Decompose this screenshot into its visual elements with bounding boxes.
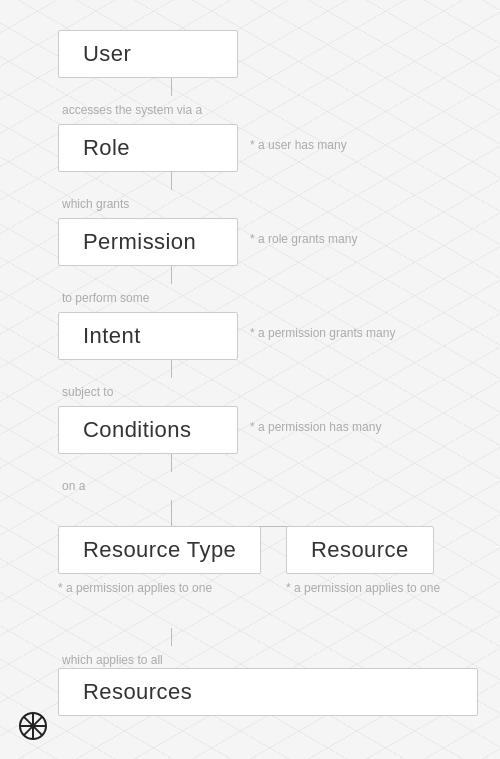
label-accesses: accesses the system via a: [58, 103, 202, 117]
permission-label: Permission: [83, 229, 196, 254]
user-box: User: [58, 30, 238, 78]
vline-role-permission: [171, 172, 172, 190]
vline-intent-conditions: [171, 360, 172, 378]
applies-section: which applies to all: [58, 628, 478, 668]
label-subject-to: subject to: [58, 385, 113, 399]
label-row-on-a: on a: [58, 472, 478, 500]
label-row-which-grants: which grants: [58, 190, 478, 218]
resource-label: Resource: [311, 537, 409, 562]
role-row: Role * a user has many: [58, 124, 478, 172]
label-conditions-note: * a permission has many: [250, 420, 381, 434]
resourcetype-box: Resource Type: [58, 526, 261, 574]
vline-conditions-resource: [171, 454, 172, 472]
label-row-subject-to: subject to: [58, 378, 478, 406]
label-which-applies: which applies to all: [58, 653, 163, 667]
label-resource-note: * a permission applies to one: [286, 581, 440, 595]
intent-row: Intent * a permission grants many: [58, 312, 478, 360]
label-permission-note: * a role grants many: [250, 232, 357, 246]
permission-box: Permission: [58, 218, 238, 266]
permission-row: Permission * a role grants many: [58, 218, 478, 266]
logo-icon: [18, 711, 48, 741]
vline-to-resourcetype: [171, 500, 172, 526]
bottom-section: Resource Type * a permission applies to …: [58, 500, 478, 620]
resources-box: Resources: [58, 668, 478, 716]
resourcetype-section: Resource Type * a permission applies to …: [58, 526, 261, 596]
label-intent-note: * a permission grants many: [250, 326, 395, 340]
conditions-box: Conditions: [58, 406, 238, 454]
label-which-grants: which grants: [58, 197, 129, 211]
resource-box: Resource: [286, 526, 434, 574]
logo: [18, 711, 48, 741]
vline-permission-intent: [171, 266, 172, 284]
conditions-row: Conditions * a permission has many: [58, 406, 478, 454]
role-box: Role: [58, 124, 238, 172]
intent-box: Intent: [58, 312, 238, 360]
vline-resourcetype-resources: [171, 628, 172, 646]
label-row-user-role: accesses the system via a: [58, 96, 478, 124]
resourcetype-note: * a permission applies to one: [58, 578, 261, 596]
label-role-note: * a user has many: [250, 138, 347, 152]
resource-section: Resource * a permission applies to one: [286, 526, 440, 596]
label-resourcetype-note: * a permission applies to one: [58, 581, 212, 595]
intent-label: Intent: [83, 323, 141, 348]
resource-note: * a permission applies to one: [286, 578, 440, 596]
role-label: Role: [83, 135, 130, 160]
user-label: User: [83, 41, 131, 66]
label-row-perform-some: to perform some: [58, 284, 478, 312]
resources-section: Resources: [58, 668, 478, 716]
vline-user-role: [171, 78, 172, 96]
resources-label: Resources: [83, 679, 192, 704]
label-on-a: on a: [58, 479, 85, 493]
label-to-perform-some: to perform some: [58, 291, 149, 305]
user-node: User: [58, 30, 478, 78]
resourcetype-label: Resource Type: [83, 537, 236, 562]
conditions-label: Conditions: [83, 417, 191, 442]
